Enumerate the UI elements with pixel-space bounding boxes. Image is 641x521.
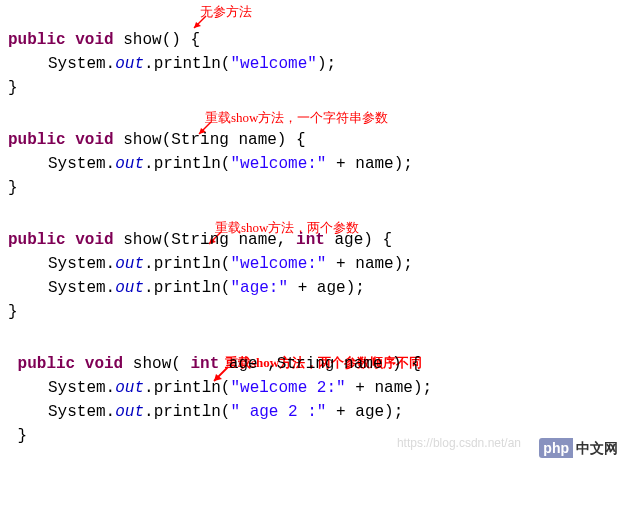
signature: public void show() { [8, 28, 633, 52]
text: System. [48, 279, 115, 297]
logo-badge: php [539, 438, 573, 458]
keyword: public void [8, 31, 114, 49]
annotation-no-args: 无参方法 [200, 2, 252, 22]
text: + name); [326, 155, 412, 173]
static-field: out [115, 55, 144, 73]
text: + name); [326, 255, 412, 273]
method-show-string: public void show(String name) { System.o… [8, 128, 633, 200]
static-field: out [115, 155, 144, 173]
text: .println( [144, 379, 230, 397]
site-logo: php中文网 [539, 436, 621, 460]
string-literal: "welcome:" [230, 155, 326, 173]
signature: public void show(String name, int age) { [8, 228, 633, 252]
text: .println( [144, 55, 230, 73]
method-show-noargs: public void show() { System.out.println(… [8, 28, 633, 100]
body-line: System.out.println(" age 2 :" + age); [8, 400, 633, 424]
keyword: int [296, 231, 325, 249]
text: + name); [346, 379, 432, 397]
static-field: out [115, 403, 144, 421]
text: show( [123, 355, 190, 373]
close-brace: } [8, 176, 633, 200]
text: + age); [326, 403, 403, 421]
text: .println( [144, 403, 230, 421]
text: age ,String name ) { [219, 355, 421, 373]
close-brace: } [8, 76, 633, 100]
watermark-url: https://blog.csdn.net/an [397, 434, 521, 452]
string-literal: " age 2 :" [230, 403, 326, 421]
body-line: System.out.println("welcome:" + name); [8, 252, 633, 276]
text: System. [48, 403, 115, 421]
text: System. [48, 255, 115, 273]
text: ); [317, 55, 336, 73]
body-line: System.out.println("age:" + age); [8, 276, 633, 300]
keyword: public void [8, 131, 114, 149]
body-line: System.out.println("welcome:" + name); [8, 152, 633, 176]
string-literal: "welcome 2:" [230, 379, 345, 397]
keyword: int [190, 355, 219, 373]
text: .println( [144, 155, 230, 173]
close-brace: } [8, 300, 633, 324]
method-show-int-string: public void show( int age ,String name )… [8, 352, 633, 448]
text: + age); [288, 279, 365, 297]
text: System. [48, 155, 115, 173]
text: System. [48, 55, 115, 73]
static-field: out [115, 279, 144, 297]
keyword: public void [8, 355, 123, 373]
text: System. [48, 379, 115, 397]
signature: public void show( int age ,String name )… [8, 352, 633, 376]
text: age) { [325, 231, 392, 249]
method-show-string-int: public void show(String name, int age) {… [8, 228, 633, 324]
string-literal: "welcome" [230, 55, 316, 73]
string-literal: "welcome:" [230, 255, 326, 273]
static-field: out [115, 255, 144, 273]
string-literal: "age:" [230, 279, 288, 297]
method-name: show() { [114, 31, 200, 49]
keyword: public void [8, 231, 114, 249]
body-line: System.out.println("welcome"); [8, 52, 633, 76]
body-line: System.out.println("welcome 2:" + name); [8, 376, 633, 400]
static-field: out [115, 379, 144, 397]
text: .println( [144, 255, 230, 273]
text: show(String name, [114, 231, 296, 249]
method-name: show(String name) { [114, 131, 306, 149]
logo-text: 中文网 [573, 438, 621, 458]
text: .println( [144, 279, 230, 297]
signature: public void show(String name) { [8, 128, 633, 152]
annotation-one-string: 重载show方法，一个字符串参数 [205, 108, 388, 128]
